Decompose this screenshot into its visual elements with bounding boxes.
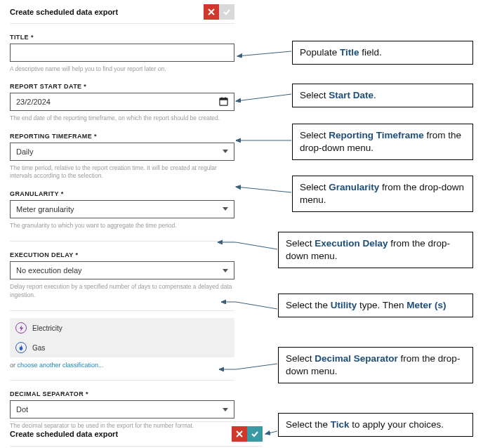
connector-lines bbox=[0, 0, 483, 448]
